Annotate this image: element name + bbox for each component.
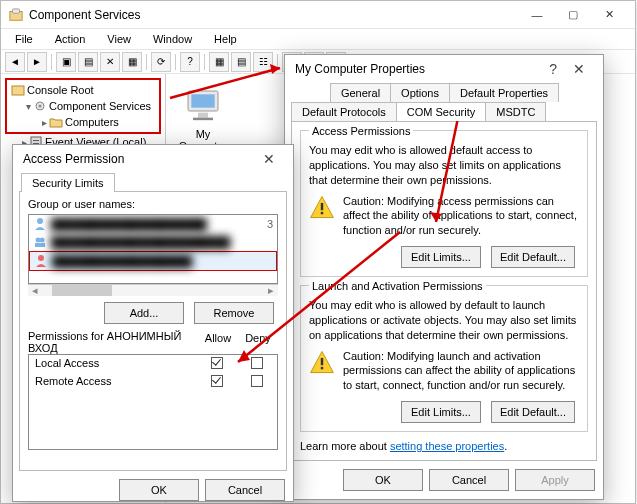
menu-window[interactable]: Window bbox=[149, 31, 196, 47]
svg-point-18 bbox=[37, 218, 43, 224]
apply-button[interactable]: Apply bbox=[515, 469, 595, 491]
tab-default-properties[interactable]: Default Properties bbox=[449, 83, 559, 102]
table-row: Local Access bbox=[29, 355, 277, 373]
svg-rect-17 bbox=[321, 366, 323, 368]
svg-rect-11 bbox=[191, 94, 214, 107]
warning-icon bbox=[309, 349, 335, 377]
allow-local-checkbox[interactable] bbox=[211, 357, 223, 369]
tree-computers-label: Computers bbox=[65, 116, 119, 128]
tree-computers[interactable]: ▸ Computers bbox=[9, 114, 157, 130]
gear-icon bbox=[33, 99, 47, 113]
edit-default-button[interactable]: Edit Default... bbox=[491, 401, 575, 423]
group-title: Launch and Activation Permissions bbox=[309, 280, 486, 292]
svg-point-20 bbox=[40, 238, 45, 243]
learn-more-post: . bbox=[504, 440, 507, 452]
learn-more-link[interactable]: setting these properties bbox=[390, 440, 504, 452]
help-button[interactable]: ? bbox=[541, 61, 565, 77]
user-icon bbox=[33, 217, 47, 231]
launch-perm-desc: You may edit who is allowed by default t… bbox=[309, 298, 579, 343]
menubar: File Action View Window Help bbox=[1, 29, 635, 50]
console-icon bbox=[11, 83, 25, 97]
launch-perm-caution: Caution: Modifying launch and activation… bbox=[343, 349, 579, 394]
titlebar[interactable]: Component Services — ▢ ✕ bbox=[1, 1, 635, 29]
my-computer-item[interactable]: My Computer bbox=[178, 86, 228, 152]
ok-button[interactable]: OK bbox=[119, 479, 199, 501]
add-button[interactable]: Add... bbox=[104, 302, 184, 324]
refresh-button[interactable]: ⟳ bbox=[151, 52, 171, 72]
warning-icon bbox=[309, 194, 335, 222]
edit-limits-button[interactable]: Edit Limits... bbox=[401, 246, 481, 268]
ok-button[interactable]: OK bbox=[343, 469, 423, 491]
cancel-button[interactable]: Cancel bbox=[429, 469, 509, 491]
edit-limits-button[interactable]: Edit Limits... bbox=[401, 401, 481, 423]
svg-point-22 bbox=[38, 255, 44, 261]
svg-point-4 bbox=[39, 105, 42, 108]
tab-options[interactable]: Options bbox=[390, 83, 450, 102]
svg-rect-16 bbox=[321, 358, 323, 365]
minimize-button[interactable]: — bbox=[519, 5, 555, 25]
maximize-button[interactable]: ▢ bbox=[555, 5, 591, 25]
scroll-right-icon[interactable]: ▸ bbox=[264, 285, 278, 296]
edit-default-button[interactable]: Edit Default... bbox=[491, 246, 575, 268]
dialog-titlebar[interactable]: My Computer Properties ? ✕ bbox=[285, 55, 603, 83]
svg-rect-6 bbox=[33, 140, 39, 141]
list-item-selected[interactable]: ██████████████████ bbox=[29, 251, 277, 271]
tree-root[interactable]: Console Root bbox=[9, 82, 157, 98]
user-listbox[interactable]: ████████████████████ 3 █████████████████… bbox=[28, 214, 278, 284]
forward-button[interactable]: ► bbox=[27, 52, 47, 72]
view1-button[interactable]: ▦ bbox=[209, 52, 229, 72]
svg-rect-21 bbox=[35, 243, 45, 247]
help-button[interactable]: ? bbox=[180, 52, 200, 72]
tab-default-protocols[interactable]: Default Protocols bbox=[291, 102, 397, 121]
close-button[interactable]: ✕ bbox=[565, 61, 593, 77]
deny-remote-checkbox[interactable] bbox=[251, 375, 263, 387]
tab-com-security[interactable]: COM Security bbox=[396, 102, 486, 121]
close-button[interactable]: ✕ bbox=[591, 5, 627, 25]
show-tree-button[interactable]: ▤ bbox=[78, 52, 98, 72]
tree-root-label: Console Root bbox=[27, 84, 94, 96]
up-button[interactable]: ▣ bbox=[56, 52, 76, 72]
group-title: Access Permissions bbox=[309, 125, 413, 137]
dialog-title: Access Permission bbox=[23, 152, 255, 166]
menu-help[interactable]: Help bbox=[210, 31, 241, 47]
dialog-title: My Computer Properties bbox=[295, 62, 541, 76]
app-icon bbox=[9, 8, 23, 22]
access-permission-dialog: Access Permission ✕ Security Limits Grou… bbox=[12, 144, 294, 502]
tab-msdtc[interactable]: MSDTC bbox=[485, 102, 546, 121]
view2-button[interactable]: ▤ bbox=[231, 52, 251, 72]
expander-icon[interactable]: ▸ bbox=[39, 117, 49, 128]
deny-local-checkbox[interactable] bbox=[251, 357, 263, 369]
list-item[interactable]: ████████████████████ 3 bbox=[29, 215, 277, 233]
menu-file[interactable]: File bbox=[11, 31, 37, 47]
remove-button[interactable]: Remove bbox=[194, 302, 274, 324]
access-perm-desc: You may edit who is allowed default acce… bbox=[309, 143, 579, 188]
permissions-for-label: Permissions for АНОНИМНЫЙ ВХОД bbox=[28, 330, 198, 354]
close-button[interactable]: ✕ bbox=[255, 151, 283, 167]
delete-button[interactable]: ✕ bbox=[100, 52, 120, 72]
svg-rect-13 bbox=[193, 118, 213, 121]
window-title: Component Services bbox=[29, 8, 519, 22]
allow-header: Allow bbox=[198, 330, 238, 354]
access-permissions-group: Access Permissions You may edit who is a… bbox=[300, 130, 588, 277]
folder-icon bbox=[49, 115, 63, 129]
perm-local-access: Local Access bbox=[29, 355, 197, 373]
list-item[interactable]: ███████████████████████ bbox=[29, 233, 277, 251]
svg-rect-1 bbox=[13, 8, 20, 12]
dialog-titlebar[interactable]: Access Permission ✕ bbox=[13, 145, 293, 173]
allow-remote-checkbox[interactable] bbox=[211, 375, 223, 387]
back-button[interactable]: ◄ bbox=[5, 52, 25, 72]
tab-security-limits[interactable]: Security Limits bbox=[21, 173, 115, 192]
cancel-button[interactable]: Cancel bbox=[205, 479, 285, 501]
tree-component-services[interactable]: ▾ Component Services bbox=[9, 98, 157, 114]
menu-view[interactable]: View bbox=[103, 31, 135, 47]
learn-more-pre: Learn more about bbox=[300, 440, 390, 452]
expander-icon[interactable]: ▾ bbox=[23, 101, 33, 112]
deny-header: Deny bbox=[238, 330, 278, 354]
view3-button[interactable]: ☷ bbox=[253, 52, 273, 72]
menu-action[interactable]: Action bbox=[51, 31, 90, 47]
horizontal-scrollbar[interactable]: ◂ ▸ bbox=[28, 284, 278, 296]
my-computer-properties-dialog: My Computer Properties ? ✕ General Optio… bbox=[284, 54, 604, 500]
tab-general[interactable]: General bbox=[330, 83, 391, 102]
scroll-left-icon[interactable]: ◂ bbox=[28, 285, 42, 296]
properties-button[interactable]: ▦ bbox=[122, 52, 142, 72]
